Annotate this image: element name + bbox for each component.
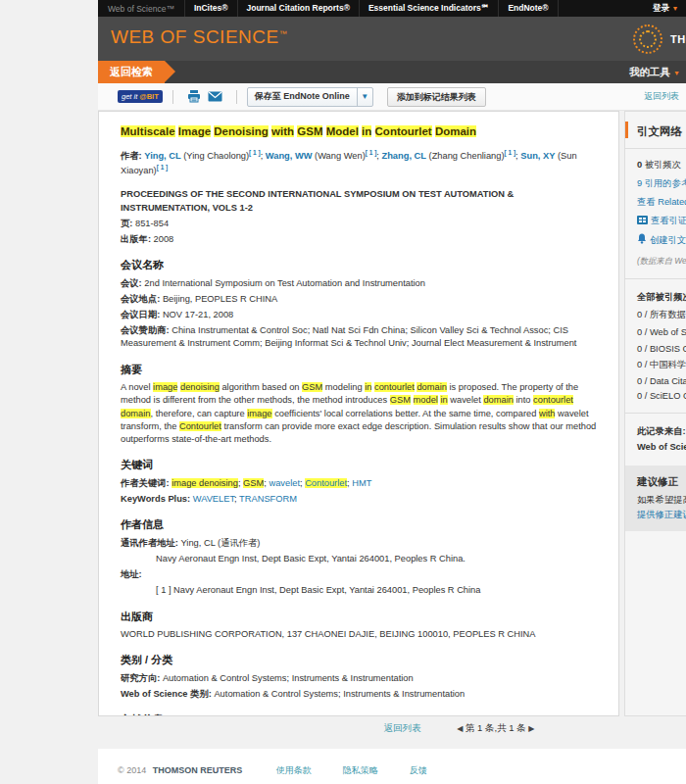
topbar-tabs: InCites®Journal Citation Reports®Essenti…	[184, 0, 559, 17]
highlighted-term: in	[365, 382, 371, 392]
highlighted-term: image	[153, 382, 177, 392]
abstract-text: A novel image denoising algorithm based …	[121, 381, 599, 446]
citation-map-icon	[637, 216, 648, 226]
field-value: NOV 17-21, 2008	[163, 310, 233, 319]
topbar-tab[interactable]: EndNote®	[498, 0, 558, 17]
citation-count-row: 0 / 所有数据库	[637, 309, 686, 321]
previous-record-icon[interactable]: ◀	[457, 724, 463, 733]
save-to-endnote-dropdown[interactable]: 保存至 EndNote Online ▼	[247, 87, 373, 107]
highlighted-word: Multiscale	[121, 125, 175, 137]
field-label: 出版年:	[121, 234, 151, 244]
my-tools-menu[interactable]: 我的工具 ▼	[619, 66, 686, 79]
chevron-down-icon: ▼	[673, 70, 680, 76]
topbar-home-label[interactable]: Web of Science™	[98, 4, 184, 14]
citation-count-row: 0 / BIOSIS Citation Index	[637, 344, 686, 354]
citation-count-row: 0 / SciELO Citation Index	[637, 391, 686, 401]
source-rows: 页: 851-854出版年: 2008	[121, 218, 599, 246]
publisher-text: WORLD PUBLISHING CORPORATION, 137 CHAONE…	[121, 628, 599, 641]
back-to-search-tab[interactable]: 返回检索	[98, 61, 165, 83]
highlighted-term: contourlet	[533, 395, 573, 405]
footer-link[interactable]: 隐私策略	[343, 765, 378, 775]
back-to-list-link-top[interactable]: 返回列表	[644, 90, 679, 103]
view-related-records-link[interactable]: 查看 Related Records	[637, 196, 686, 209]
create-citation-alert-link[interactable]: 创建引文跟踪服务	[637, 233, 686, 247]
highlighted-word: Denoising	[214, 125, 269, 137]
print-button[interactable]	[186, 89, 202, 105]
affiliation-superscript[interactable]: [ 1 ]	[249, 149, 261, 156]
highlighted-term: domain	[483, 395, 514, 405]
highlighted-term: image denoising	[172, 478, 238, 488]
keyword-link[interactable]: TRANSFORM	[239, 494, 297, 504]
author-link[interactable]: Zhang, CL	[382, 151, 426, 161]
highlighted-word: Contourlet	[375, 125, 432, 137]
cited-references-link[interactable]: 9 引用的参考文献	[637, 177, 686, 190]
highlighted-word: in	[362, 125, 371, 137]
section-heading-categories: 类别 / 分类	[121, 653, 599, 668]
chevron-down-icon[interactable]: ▼	[357, 88, 372, 106]
field-row: 地址:	[121, 568, 599, 581]
affiliation-superscript[interactable]: [ 1 ]	[366, 149, 377, 156]
field-value: China Instrumentat & Control Soc; Natl N…	[121, 325, 576, 348]
author-link[interactable]: Ying, CL	[144, 151, 180, 161]
topbar-tab[interactable]: Journal Citation Reports®	[237, 0, 359, 17]
login-menu[interactable]: 登录 ▼	[653, 3, 678, 15]
highlighted-term: image	[247, 409, 271, 418]
highlighted-term: in	[440, 395, 447, 405]
record-panel: Multiscale Image Denoising with GSM Mode…	[98, 111, 619, 716]
highlighted-term: contourlet	[374, 382, 415, 392]
highlighted-word: Domain	[435, 125, 476, 137]
field-row: 页: 851-854	[121, 218, 599, 230]
record-from-block: 此记录来自: Web of Science™ 核心合集	[637, 425, 686, 454]
field-label: 地址:	[121, 569, 142, 579]
highlighted-word: with	[271, 125, 294, 137]
view-citation-map-link[interactable]: 查看引证关系图	[637, 215, 686, 227]
field-label: 会议:	[121, 278, 142, 288]
web-of-science-logo: WEB OF SCIENCE™	[111, 26, 287, 48]
field-value: Ying, CL (通讯作者)	[180, 538, 260, 548]
topbar-tab[interactable]: InCites®	[184, 0, 237, 17]
toolbar-divider	[172, 90, 173, 104]
highlighted-term: GSM	[302, 382, 322, 392]
keyword-link[interactable]: wavelet	[269, 478, 300, 488]
affiliation-superscript[interactable]: [ 1 ]	[157, 164, 169, 171]
section-heading-keywords: 关键词	[121, 458, 599, 473]
section-heading-document-info: 文献信息	[121, 712, 599, 716]
highlighted-keyword-link[interactable]: Contourlet	[305, 478, 347, 488]
printer-icon	[187, 90, 201, 103]
keyword-link[interactable]: WAVELET	[193, 494, 234, 504]
next-record-icon[interactable]: ▶	[528, 724, 534, 733]
thomson-reuters-brand: THOMSON REUTERS	[670, 33, 686, 45]
footer-link[interactable]: 使用条款	[276, 765, 312, 775]
copyright: © 2014	[118, 765, 146, 775]
field-row: 会议地点: Beijing, PEOPLES R CHINA	[121, 293, 599, 306]
email-button[interactable]	[208, 89, 223, 105]
citation-count-row: 0 / Web of Science™ 核心合集	[637, 326, 686, 339]
author-link[interactable]: Sun, XY	[520, 151, 555, 161]
back-to-list-link-bottom[interactable]: 返回列表	[384, 722, 421, 733]
keywords-plus-list: WAVELET; TRANSFORM	[193, 494, 297, 504]
suggest-correction-link[interactable]: 提供修正建议。	[637, 509, 686, 521]
highlighted-word: GSM	[297, 125, 322, 137]
keywords-plus-row: KeyWords Plus: WAVELET; TRANSFORM	[121, 493, 599, 506]
authors-label: 作者:	[121, 151, 142, 161]
keyword-link[interactable]: HMT	[352, 478, 371, 488]
categories-rows: 研究方向: Automation & Control Systems; Inst…	[121, 672, 599, 701]
pagination-row: 返回列表 ◀ 第 1 条,共 1 条 ▶	[98, 716, 686, 741]
record-toolbar: get it @BIT 保存至 EndNote Online ▼ 添加到标记结果…	[98, 83, 686, 111]
section-heading-publisher: 出版商	[121, 610, 599, 625]
affiliation-superscript[interactable]: [ 1 ]	[505, 149, 516, 156]
author-keywords-label: 作者关键词:	[121, 478, 170, 488]
add-to-marked-list-button[interactable]: 添加到标记结果列表	[387, 87, 486, 107]
highlighted-term: domain	[121, 409, 151, 418]
citation-network-sidebar: 引文网络 0 被引频次 9 引用的参考文献 查看 Related Records…	[624, 111, 686, 716]
login-label: 登录	[653, 3, 669, 13]
field-value: Automation & Control Systems; Instrument…	[163, 673, 414, 683]
field-label: 会议日期:	[121, 310, 160, 319]
topbar-tab[interactable]: Essential Science Indicators℠	[359, 0, 498, 17]
times-cited-label: 被引频次	[645, 160, 681, 170]
footer-link[interactable]: 反馈	[410, 765, 427, 775]
author-link[interactable]: Wang, WW	[266, 151, 313, 161]
getit-bit-badge[interactable]: get it @BIT	[118, 90, 163, 103]
field-row: 研究方向: Automation & Control Systems; Inst…	[121, 672, 599, 685]
record-from-label: 此记录来自:	[637, 425, 686, 438]
